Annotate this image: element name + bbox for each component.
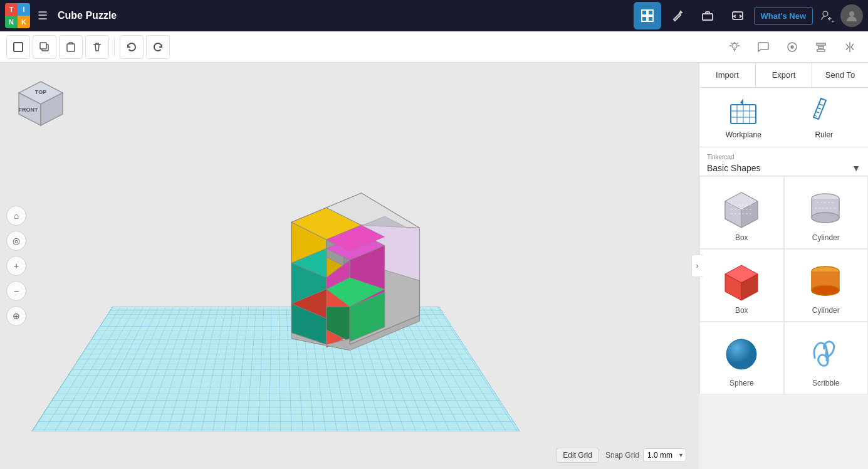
whats-new-button[interactable]: What's New: [754, 7, 813, 25]
right-panel: Import Export Send To: [699, 63, 868, 394]
user-avatar[interactable]: [840, 4, 863, 27]
zoom-in-button[interactable]: +: [6, 256, 26, 276]
shape-category[interactable]: Tinkercad Basic Shapes ▼: [699, 147, 868, 176]
svg-point-7: [849, 11, 854, 16]
svg-rect-15: [817, 43, 825, 45]
svg-line-62: [815, 115, 817, 117]
new-design-button[interactable]: [6, 35, 30, 59]
logo-n: N: [5, 16, 18, 28]
svg-line-59: [816, 112, 819, 113]
shape-label-sphere: Sphere: [729, 379, 754, 387]
view-controls: ⌂ ◎ + − ⊕: [6, 206, 26, 326]
project-title: Cube Puzzle: [58, 10, 630, 21]
shape-label-cylinder-solid: Cylinder: [812, 306, 840, 315]
svg-text:FRONT: FRONT: [19, 107, 38, 113]
snap-value-wrapper[interactable]: 0.1 mm 0.5 mm 1.0 mm 2.0 mm 5.0 mm ▼: [643, 448, 686, 462]
menu-icon[interactable]: ☰: [34, 5, 51, 26]
svg-point-70: [812, 213, 839, 223]
panel-tools: Workplane Ruler: [699, 88, 868, 147]
svg-rect-11: [67, 44, 75, 51]
toolbar-separator-1: [114, 38, 115, 56]
export-button[interactable]: Export: [756, 63, 812, 87]
logo-i: I: [18, 3, 30, 16]
shape-box-solid[interactable]: Box: [699, 249, 784, 322]
nav-right: What's New: [634, 2, 863, 29]
shape-box-hole[interactable]: Box: [699, 176, 784, 249]
grid-view-button[interactable]: [634, 2, 661, 29]
category-dropdown-arrow[interactable]: ▼: [852, 163, 860, 173]
copy-button[interactable]: [33, 35, 56, 59]
mirror-button[interactable]: [838, 35, 862, 59]
svg-marker-58: [740, 98, 743, 105]
hammer-button[interactable]: [664, 2, 691, 29]
right-panel-wrapper: › Import Export Send To: [699, 63, 868, 469]
panel-actions: Import Export Send To: [699, 63, 868, 88]
svg-point-77: [812, 285, 839, 295]
shape-label-cylinder-hole: Cylinder: [812, 233, 840, 242]
shape-sphere-solid[interactable]: Sphere: [699, 322, 784, 394]
svg-rect-10: [40, 43, 46, 49]
circle-button[interactable]: [780, 35, 804, 59]
main-toolbar: [0, 31, 868, 63]
snap-grid-select[interactable]: 0.1 mm 0.5 mm 1.0 mm 2.0 mm 5.0 mm: [643, 448, 686, 462]
snap-grid-label: Snap Grid: [605, 451, 639, 460]
ruler-tool[interactable]: Ruler: [788, 95, 861, 139]
shape-scribble[interactable]: Scribble: [784, 322, 869, 394]
panel-collapse-button[interactable]: ›: [691, 255, 703, 277]
top-navigation: T I N K ☰ Cube Puzzle: [0, 0, 868, 31]
send-to-button[interactable]: Send To: [812, 63, 868, 87]
shape-label-box-hole: Box: [735, 233, 748, 242]
snap-grid-control: Snap Grid 0.1 mm 0.5 mm 1.0 mm 2.0 mm 5.…: [605, 448, 686, 462]
home-view-button[interactable]: ⌂: [6, 206, 26, 226]
shape-cylinder-hole[interactable]: Cylinder: [784, 176, 869, 249]
embed-button[interactable]: [724, 2, 751, 29]
toolbar-right: [723, 35, 862, 59]
redo-button[interactable]: [146, 35, 170, 59]
paste-button[interactable]: [59, 35, 83, 59]
svg-rect-8: [14, 43, 23, 51]
view-cube[interactable]: TOP FRONT: [13, 75, 63, 125]
add-user-button[interactable]: [815, 4, 838, 27]
svg-rect-3: [648, 16, 653, 21]
viewport[interactable]: TOP FRONT ⌂ ◎ + − ⊕: [0, 63, 699, 469]
import-button[interactable]: Import: [699, 63, 756, 87]
svg-text:TOP: TOP: [35, 89, 46, 95]
workplane-tool[interactable]: Workplane: [707, 95, 780, 139]
shape-icon-box-solid: [719, 258, 763, 302]
svg-line-60: [817, 108, 821, 109]
logo-t: T: [5, 3, 18, 16]
fit-view-button[interactable]: ⊕: [6, 306, 26, 326]
workplane-label: Workplane: [726, 130, 761, 139]
svg-rect-17: [817, 50, 825, 51]
svg-rect-2: [642, 16, 647, 21]
cube-puzzle-model[interactable]: [268, 187, 431, 362]
light-bulb-button[interactable]: [723, 35, 746, 59]
main-area: TOP FRONT ⌂ ◎ + − ⊕: [0, 63, 868, 469]
shape-icon-cylinder-solid: [804, 258, 848, 302]
workplane-icon: [728, 95, 759, 127]
ruler-label: Ruler: [815, 130, 833, 139]
tinkercad-logo[interactable]: T I N K: [5, 3, 30, 28]
category-name: Basic Shapes: [707, 163, 761, 173]
edit-grid-button[interactable]: Edit Grid: [556, 448, 599, 463]
undo-button[interactable]: [120, 35, 144, 59]
logo-k: K: [18, 16, 30, 28]
svg-point-14: [791, 46, 793, 48]
svg-rect-0: [642, 10, 647, 15]
svg-point-12: [732, 43, 737, 48]
shape-label-scribble: Scribble: [812, 379, 839, 387]
category-provider-label: Tinkercad: [707, 154, 860, 161]
shape-icon-sphere-solid: [719, 331, 763, 375]
comment-button[interactable]: [751, 35, 775, 59]
category-select-row: Basic Shapes ▼: [707, 163, 860, 173]
zoom-out-button[interactable]: −: [6, 281, 26, 301]
briefcase-button[interactable]: [694, 2, 721, 29]
ruler-icon: [808, 95, 840, 127]
delete-button[interactable]: [85, 35, 109, 59]
align-button[interactable]: [809, 35, 833, 59]
svg-rect-1: [648, 10, 653, 15]
shape-cylinder-solid[interactable]: Cylinder: [784, 249, 869, 322]
svg-line-61: [819, 104, 823, 105]
shapes-grid: Box Cylinder: [699, 176, 868, 394]
orbit-button[interactable]: ◎: [6, 231, 26, 251]
